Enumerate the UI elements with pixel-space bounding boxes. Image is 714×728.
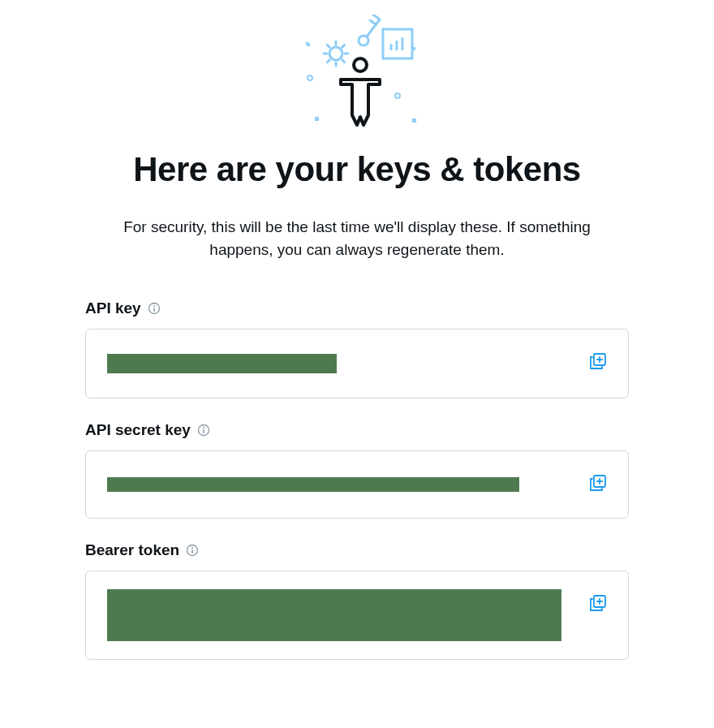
svg-point-38 — [191, 547, 193, 549]
svg-line-19 — [370, 20, 376, 24]
svg-point-26 — [153, 305, 155, 307]
svg-rect-2 — [315, 117, 319, 121]
api-key-value-redacted — [107, 354, 337, 373]
svg-line-18 — [373, 15, 380, 19]
copy-plus-icon — [589, 594, 607, 612]
info-icon[interactable] — [197, 424, 210, 437]
copy-api-key-button[interactable] — [586, 349, 610, 376]
field-api-key: API key — [85, 299, 629, 398]
api-key-label: API key — [85, 299, 141, 317]
svg-line-15 — [342, 45, 345, 47]
svg-line-13 — [342, 60, 345, 62]
hero-keys-illustration — [85, 15, 629, 128]
svg-point-24 — [354, 58, 367, 71]
info-icon[interactable] — [148, 302, 161, 315]
svg-rect-39 — [191, 549, 193, 554]
svg-line-12 — [327, 45, 329, 47]
bearer-token-value-redacted — [107, 589, 561, 641]
svg-rect-27 — [153, 308, 155, 312]
svg-rect-3 — [412, 118, 416, 123]
bearer-token-label: Bearer token — [85, 541, 179, 559]
svg-point-5 — [308, 75, 312, 80]
bearer-token-box — [85, 571, 629, 660]
field-api-secret-key: API secret key — [85, 421, 629, 519]
field-bearer-token: Bearer token — [85, 541, 629, 660]
api-secret-key-box — [85, 450, 629, 519]
info-icon[interactable] — [186, 544, 199, 557]
svg-point-6 — [395, 93, 400, 98]
svg-rect-1 — [305, 41, 308, 45]
svg-line-14 — [327, 60, 329, 62]
copy-bearer-token-button[interactable] — [586, 591, 610, 618]
page-title: Here are your keys & tokens — [85, 151, 629, 188]
svg-rect-33 — [203, 429, 204, 433]
api-secret-key-label: API secret key — [85, 421, 191, 439]
svg-point-32 — [203, 427, 204, 429]
api-secret-key-value-redacted — [107, 477, 519, 492]
copy-api-secret-key-button[interactable] — [586, 471, 610, 498]
copy-plus-icon — [589, 474, 607, 492]
api-key-box — [85, 329, 629, 398]
copy-plus-icon — [589, 352, 607, 370]
svg-point-7 — [329, 47, 342, 60]
page-subtitle: For security, this will be the last time… — [97, 216, 617, 261]
